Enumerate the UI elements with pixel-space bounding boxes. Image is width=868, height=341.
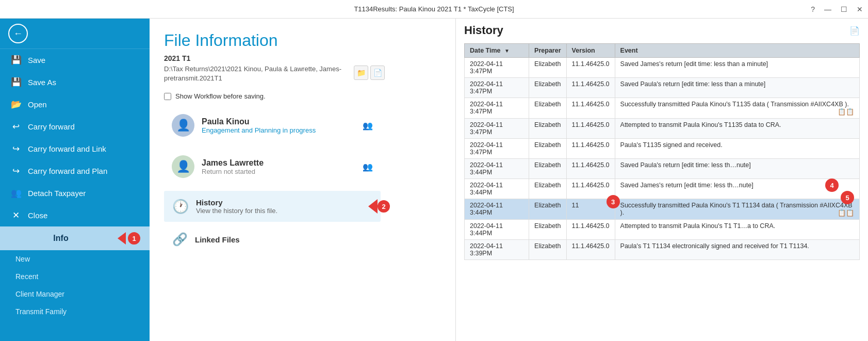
sidebar-item-recent[interactable]: Recent	[0, 268, 150, 285]
table-row[interactable]: 2022-04-11 3:44PMElizabeth11.1.46425.0Sa…	[465, 179, 860, 199]
taxpayer-name-james: James Lawrette	[202, 158, 264, 168]
cell-event: Successfully transmitted Paula Kinou's T…	[615, 199, 859, 220]
col-version[interactable]: Version	[566, 44, 615, 58]
help-button[interactable]: ?	[811, 5, 815, 13]
linked-files-icon: 🔗	[172, 232, 188, 247]
sidebar-back[interactable]: ←	[0, 19, 150, 49]
copy-path-button[interactable]: 📄	[370, 66, 385, 80]
minimize-button[interactable]: —	[824, 5, 831, 13]
cell-preparer: Elizabeth	[529, 78, 566, 98]
table-row[interactable]: 2022-04-11 3:39PMElizabeth11.1.46425.0Pa…	[465, 240, 860, 260]
history-panel: History 📄 Date Time ▼ Preparer Version	[455, 19, 868, 341]
cell-datetime: 2022-04-11 3:47PM	[465, 58, 529, 78]
taxpayer-card-paula[interactable]: 👤 Paula Kinou Engagement and Planning in…	[164, 108, 381, 142]
history-badge-2: 2	[378, 200, 390, 213]
sidebar-item-carry-forward[interactable]: ↩ Carry forward	[0, 116, 150, 138]
taxpayer-info-james: James Lawrette Return not started	[202, 158, 264, 175]
titlebar: T1134Results: Paula Kinou 2021 T1 * TaxC…	[0, 0, 868, 19]
taxpayer-badge-paula[interactable]: 👥	[363, 121, 373, 131]
taxpayer-card-james[interactable]: 👤 James Lawrette Return not started 👥	[164, 150, 381, 184]
row-action-icons[interactable]: 📋📋	[838, 108, 854, 116]
col-datetime[interactable]: Date Time ▼	[465, 44, 529, 58]
sidebar-open-label: Open	[28, 100, 47, 109]
table-row[interactable]: 2022-04-11 3:44PMElizabeth11.1.46425.0Sa…	[465, 159, 860, 179]
maximize-button[interactable]: ☐	[841, 5, 847, 13]
cell-preparer: Elizabeth	[529, 240, 566, 260]
cell-preparer: Elizabeth	[529, 159, 566, 179]
info-badge: 1	[128, 232, 140, 245]
cell-datetime: 2022-04-11 3:47PM	[465, 98, 529, 119]
file-path: D:\Tax Returns\2021\2021 Kinou, Paula & …	[164, 64, 350, 83]
sidebar-item-open[interactable]: 📂 Open	[0, 93, 150, 116]
linked-files-text: Linked Files	[195, 235, 240, 244]
sidebar-item-detach-taxpayer[interactable]: 👥 Detach Taxpayer	[0, 182, 150, 204]
table-row[interactable]: 2022-04-11 3:44PMElizabeth11.1.46425.0At…	[465, 220, 860, 240]
cell-event: Saved Paula's return [edit time: less th…	[615, 78, 859, 98]
badge-5: 5	[841, 191, 854, 204]
sidebar-item-close[interactable]: ✕ Close	[0, 204, 150, 226]
info-label: Info	[10, 234, 111, 243]
cell-version: 11.1.46425.0	[566, 179, 615, 199]
cell-preparer: Elizabeth	[529, 179, 566, 199]
sidebar-item-carry-forward-plan[interactable]: ↪ Carry forward and Plan	[0, 160, 150, 182]
sidebar-item-carry-forward-link[interactable]: ↪ Carry forward and Link	[0, 138, 150, 160]
cell-datetime: 2022-04-11 3:44PM	[465, 199, 529, 220]
table-row[interactable]: 2022-04-11 3:47PMElizabeth11.1.46425.0Sa…	[465, 78, 860, 98]
new-label: New	[15, 255, 30, 263]
sidebar-carry-forward-label: Carry forward	[28, 122, 75, 131]
cell-datetime: 2022-04-11 3:44PM	[465, 220, 529, 240]
cell-event: Paula's T1135 signed and received.	[615, 139, 859, 159]
folder-icon-button[interactable]: 📁	[354, 66, 368, 80]
taxpayer-badge-james[interactable]: 👥	[363, 162, 373, 172]
history-card[interactable]: 🕐 History View the history for this file…	[164, 191, 381, 222]
table-row[interactable]: 2022-04-11 3:47PMElizabeth11.1.46425.0Su…	[465, 98, 860, 119]
col-event[interactable]: Event	[615, 44, 859, 58]
save-icon: 💾	[10, 55, 22, 66]
sidebar-item-transmit-family[interactable]: Transmit Family	[0, 303, 150, 320]
back-icon: ←	[13, 28, 23, 39]
workflow-checkbox-row: Show Workflow before saving.	[164, 92, 441, 100]
cell-datetime: 2022-04-11 3:44PM	[465, 179, 529, 199]
close-button[interactable]: ✕	[857, 5, 863, 13]
transmit-family-label: Transmit Family	[15, 307, 67, 316]
page-title: File Information	[164, 31, 441, 50]
linked-files-card[interactable]: 🔗 Linked Files	[164, 225, 381, 254]
history-table: Date Time ▼ Preparer Version Event 2022-…	[464, 43, 860, 260]
sidebar-item-save-as[interactable]: 💾 Save As	[0, 71, 150, 93]
table-row[interactable]: 2022-04-11 3:47PMElizabeth11.1.46425.0At…	[465, 119, 860, 139]
history-card-subtitle: View the history for this file.	[196, 207, 277, 215]
history-card-icon: 🕐	[172, 199, 189, 215]
history-copy-icon[interactable]: 📄	[849, 26, 860, 36]
sidebar-item-save[interactable]: 💾 Save	[0, 49, 150, 71]
sidebar-close-label: Close	[28, 211, 47, 220]
table-header-row: Date Time ▼ Preparer Version Event	[465, 44, 860, 58]
cell-event: Saved Paula's return [edit time: less th…	[615, 159, 859, 179]
cell-event: Successfully transmitted Paula Kinou's T…	[615, 98, 859, 119]
table-row[interactable]: 2022-04-11 3:44PMElizabeth113Successfull…	[465, 199, 860, 220]
avatar-paula: 👤	[172, 114, 194, 137]
history-card-text: History View the history for this file.	[196, 198, 277, 215]
cell-version: 11.1.46425.0	[566, 240, 615, 260]
cell-event: Saved James's return [edit time: less th…	[615, 179, 859, 199]
workflow-label: Show Workflow before saving.	[175, 92, 266, 100]
badge-3: 3	[607, 195, 620, 208]
sidebar-save-as-label: Save As	[28, 78, 56, 87]
sidebar-item-new[interactable]: New	[0, 250, 150, 268]
table-row[interactable]: 2022-04-11 3:47PMElizabeth11.1.46425.0Pa…	[465, 139, 860, 159]
workflow-checkbox[interactable]	[164, 93, 171, 100]
table-row[interactable]: 2022-04-11 3:47PMElizabeth11.1.46425.0Sa…	[465, 58, 860, 78]
sidebar-save-label: Save	[28, 56, 45, 64]
cell-event: Saved James's return [edit time: less th…	[615, 58, 859, 78]
cell-event: Attempted to transmit Paula Kinou's T1 T…	[615, 220, 859, 240]
cell-version: 11.1.46425.0	[566, 159, 615, 179]
content-area: File Information 2021 T1 D:\Tax Returns\…	[150, 19, 455, 341]
avatar-james: 👤	[172, 155, 194, 178]
sidebar-item-client-manager[interactable]: Client Manager	[0, 285, 150, 303]
cell-datetime: 2022-04-11 3:47PM	[465, 119, 529, 139]
titlebar-controls[interactable]: ? — ☐ ✕	[811, 5, 863, 13]
row-action-icons-highlight[interactable]: 📋📋	[838, 209, 854, 217]
cell-preparer: Elizabeth	[529, 220, 566, 240]
back-button[interactable]: ←	[8, 24, 28, 43]
col-preparer[interactable]: Preparer	[529, 44, 566, 58]
sidebar-item-info[interactable]: Info 1	[0, 226, 150, 250]
